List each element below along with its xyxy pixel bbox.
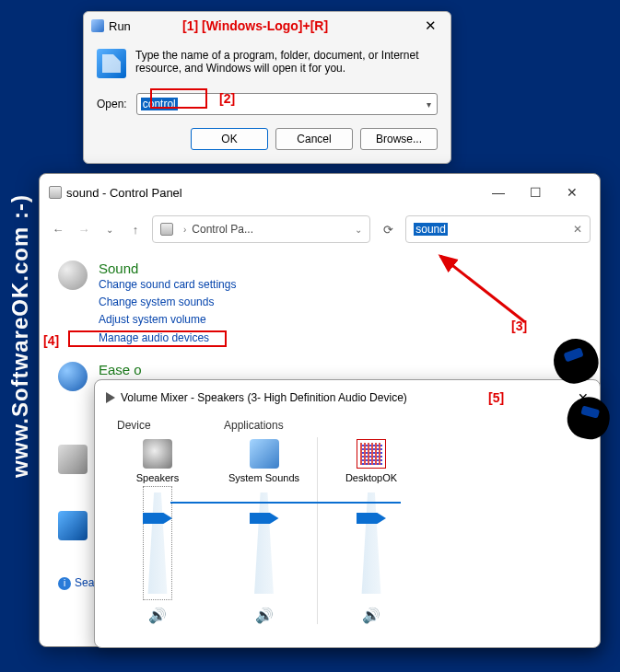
clear-icon[interactable]: ✕ <box>573 223 582 236</box>
annotation-3: [3] <box>511 319 527 333</box>
control-panel-icon <box>49 186 62 199</box>
annotation-1: [1] [Windows-Logo]+[R] <box>182 18 328 33</box>
system-sounds-slider[interactable] <box>256 492 273 594</box>
ease-icon <box>58 362 88 391</box>
applications-label: Applications <box>211 419 425 437</box>
annotation-4-box <box>68 330 227 347</box>
system-sounds-icon[interactable] <box>250 439 279 469</box>
device-label: Device <box>104 419 211 437</box>
ok-button[interactable]: OK <box>191 128 268 150</box>
sound-icon <box>58 261 88 290</box>
annotation-4: [4] <box>43 333 59 348</box>
slider-link-line <box>170 502 401 504</box>
desktopok-icon[interactable] <box>357 439 386 469</box>
close-button[interactable] <box>554 185 591 200</box>
mute-icon[interactable]: 🔊 <box>148 607 167 624</box>
volume-mixer-window: Volume Mixer - Speakers (3- High Definit… <box>94 379 601 648</box>
window-title: sound - Control Panel <box>66 186 182 200</box>
chevron-down-icon[interactable]: ⌄ <box>355 225 362 235</box>
run-dialog: Run ✕ Type the name of a program, folder… <box>83 11 451 164</box>
maximize-button[interactable] <box>517 185 554 200</box>
watermark: www.SoftwareOK.com :-) <box>7 194 33 478</box>
col-desktopok: DesktopOK <box>345 472 397 485</box>
refresh-button[interactable]: ⟳ <box>378 223 398 237</box>
chevron-down-icon[interactable]: ▾ <box>427 99 431 110</box>
breadcrumb-icon <box>160 223 173 236</box>
desktopok-slider[interactable] <box>363 492 380 594</box>
run-description: Type the name of a program, folder, docu… <box>135 49 438 78</box>
cancel-button[interactable]: Cancel <box>275 128 353 150</box>
forward-button[interactable]: → <box>75 223 93 237</box>
annotation-5: [5] <box>488 390 504 405</box>
breadcrumb[interactable]: › Control Pa... ⌄ <box>152 215 370 243</box>
link-system-sounds[interactable]: Change system sounds <box>99 294 236 311</box>
browse-button[interactable]: Browse... <box>360 128 438 150</box>
col-speakers: Speakers <box>136 472 179 485</box>
speaker-icon <box>106 392 115 403</box>
devices-icon <box>58 445 88 474</box>
run-icon-small <box>91 19 104 32</box>
speakers-icon[interactable] <box>143 439 172 469</box>
mute-icon[interactable]: 🔊 <box>362 607 380 624</box>
mute-icon[interactable]: 🔊 <box>255 607 274 624</box>
info-icon: i <box>58 577 71 590</box>
minimize-button[interactable] <box>480 185 517 200</box>
history-chevron[interactable]: ⌄ <box>100 225 119 235</box>
search-input[interactable]: sound ✕ <box>405 215 591 243</box>
col-system-sounds: System Sounds <box>228 472 299 485</box>
link-adjust-volume[interactable]: Adjust system volume <box>99 311 236 329</box>
category-ease[interactable]: Ease o <box>99 362 142 377</box>
svg-line-0 <box>440 256 525 322</box>
run-icon <box>97 49 126 78</box>
troubleshoot-icon <box>58 511 88 540</box>
category-sound[interactable]: Sound <box>99 261 236 276</box>
annotation-2: [2] <box>219 91 235 106</box>
annotation-2-box <box>150 88 207 109</box>
run-title: Run <box>109 19 131 33</box>
up-button[interactable]: ↑ <box>126 223 145 237</box>
close-icon[interactable]: ✕ <box>417 17 443 34</box>
mixer-title: Volume Mixer - Speakers (3- High Definit… <box>121 391 407 404</box>
open-label: Open: <box>97 98 127 110</box>
link-sound-card[interactable]: Change sound card settings <box>99 276 236 294</box>
back-button[interactable]: ← <box>49 223 67 237</box>
speakers-slider[interactable] <box>149 492 166 594</box>
